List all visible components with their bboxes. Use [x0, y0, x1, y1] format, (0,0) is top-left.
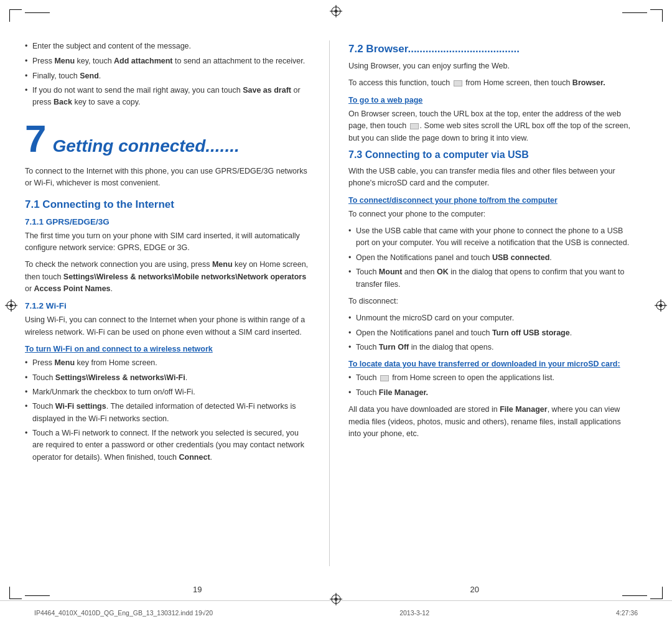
chapter-title: Getting connected....... [52, 136, 239, 156]
section-7-2-heading: 7.2 Browser.............................… [348, 43, 635, 55]
intro-bullet-1: Enter the subject and content of the mes… [25, 40, 310, 52]
usb-underline-heading: To connect/disconnect your phone to/from… [348, 196, 635, 205]
page-numbers-row: 19 20 [0, 585, 672, 597]
wifi-bullet-1: Press Menu key from Home screen. [25, 357, 310, 369]
chapter-number: 7 [25, 119, 46, 158]
crop-line-tl [25, 12, 50, 13]
wifi-bullet-4: Touch Wi-Fi settings. The detailed infor… [25, 401, 310, 425]
intro-bullet-list: Enter the subject and content of the mes… [25, 40, 310, 108]
locate-bullets: Touch from Home screen to open the appli… [348, 372, 635, 399]
browser-underline-heading: To go to a web page [348, 96, 635, 105]
footer-date: 2013-3-12 [399, 609, 429, 617]
section-7-1-heading: 7.1 Connecting to the Internet [25, 198, 310, 211]
apps-icon [380, 375, 389, 381]
wifi-bullet-3: Mark/Unmark the checkbox to turn on/off … [25, 386, 310, 398]
footer-filename: IP4464_4010X_4010D_QG_Eng_GB_13_130312.i… [34, 609, 213, 617]
content-area: Enter the subject and content of the mes… [25, 19, 647, 585]
browser-para: On Browser screen, touch the URL box at … [348, 108, 635, 144]
reg-mark-left [5, 299, 17, 312]
crop-mark-tr [650, 9, 663, 22]
section-7-1-1-heading: 7.1.1 GPRS/EDGE/3G [25, 217, 310, 226]
wifi-bullet-list: Press Menu key from Home screen. Touch S… [25, 357, 310, 463]
locate-underline-heading: To locate data you have transferred or d… [348, 360, 635, 368]
page-wrapper: Enter the subject and content of the mes… [0, 0, 672, 624]
section-7-3-para1: With the USB cable, you can transfer med… [348, 165, 635, 190]
locate-para: All data you have downloaded are stored … [348, 404, 635, 440]
usb-connect-bullets: Use the USB cable that came with your ph… [348, 225, 635, 291]
home-icon [454, 80, 462, 86]
intro-bullet-4: If you do not want to send the mail righ… [25, 85, 310, 108]
page-number-right: 20 [470, 585, 479, 594]
locate-bullet-1: Touch from Home screen to open the appli… [348, 372, 635, 384]
chapter-desc: To connect to the Internet with this pho… [25, 165, 310, 190]
usb-disc-bullet-1: Unmount the microSD card on your compute… [348, 312, 635, 324]
section-7-1-2-para1: Using Wi-Fi, you can connect to the Inte… [25, 314, 310, 338]
usb-disconnect-bullets: Unmount the microSD card on your compute… [348, 312, 635, 353]
right-column: 7.2 Browser.............................… [330, 40, 635, 566]
section-7-2-para1: Using Browser, you can enjoy surfing the… [348, 60, 635, 72]
footer-time: 4:27:36 [616, 609, 638, 617]
reg-mark-right [655, 299, 667, 312]
usb-bullet-3: Touch Mount and then OK in the dialog th… [348, 266, 635, 291]
wifi-underline-heading: To turn Wi-Fi on and connect to a wirele… [25, 345, 310, 353]
crop-mark-tl [9, 9, 22, 22]
wifi-bullet-5: Touch a Wi-Fi network to connect. If the… [25, 427, 310, 463]
section-7-1-2-heading: 7.1.2 Wi-Fi [25, 301, 310, 310]
page-number-left: 19 [193, 585, 202, 594]
reg-mark-top [330, 5, 342, 17]
usb-disc-bullet-2: Open the Notifications panel and touch T… [348, 327, 635, 339]
section-7-1-1-para1: The first time you turn on your phone wi… [25, 230, 310, 254]
crop-line-tr [622, 12, 647, 13]
locate-bullet-2: Touch File Manager. [348, 387, 635, 399]
chapter-heading: 7 Getting connected....... [25, 119, 310, 158]
go-icon [410, 123, 419, 129]
usb-disconnect-intro: To disconnect: [348, 296, 635, 307]
usb-bullet-1: Use the USB cable that came with your ph… [348, 225, 635, 249]
intro-bullet-2: Press Menu key, touch Add attachment to … [25, 55, 310, 67]
section-7-1-1-para2: To check the network connection you are … [25, 259, 310, 295]
section-7-3-heading: 7.3 Connecting to a computer via USB [348, 149, 635, 161]
intro-bullet-3: Finally, touch Send. [25, 70, 310, 82]
usb-disc-bullet-3: Touch Turn Off in the dialog that opens. [348, 342, 635, 353]
usb-connect-intro: To connect your phone to the computer: [348, 208, 635, 220]
left-column: Enter the subject and content of the mes… [25, 40, 330, 566]
wifi-bullet-2: Touch Settings\Wireless & networks\Wi-Fi… [25, 372, 310, 384]
section-7-2-para2: To access this function, touch from Home… [348, 77, 635, 89]
usb-bullet-2: Open the Notifications panel and touch U… [348, 252, 635, 264]
